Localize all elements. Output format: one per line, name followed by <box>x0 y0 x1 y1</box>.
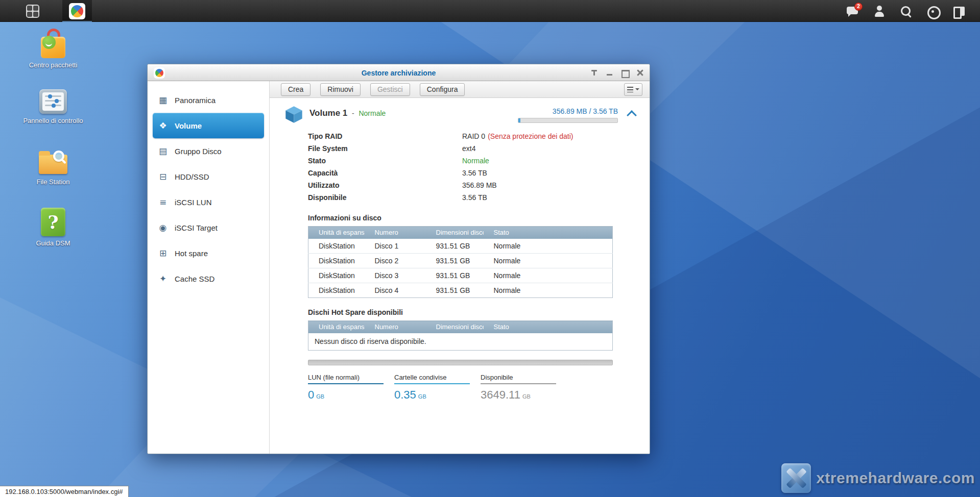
sidebar-item-panoramica[interactable]: ▦ Panoramica <box>148 87 269 113</box>
stat-label: LUN (file normali) <box>308 374 384 384</box>
sidebar-item-label: Hot spare <box>175 249 208 258</box>
desktop-icon-package-center[interactable]: Centro pacchetti <box>14 29 92 69</box>
widgets-button[interactable] <box>952 5 966 18</box>
column-header: Unità di espansione <box>308 227 365 239</box>
stat-lun: LUN (file normali) 0GB <box>308 374 384 402</box>
sidebar-item-hdd-ssd[interactable]: ⊟ HDD/SSD <box>148 164 269 189</box>
collapse-button[interactable] <box>626 108 637 119</box>
hot-spare-table: Unità di espansione Numero Dimensioni di… <box>308 320 613 351</box>
volume-title: Volume 1 - Normale <box>309 108 386 118</box>
watermark-logo-icon <box>781 463 811 493</box>
stat-unit: GB <box>522 393 531 400</box>
detail-row: Tipo RAID RAID 0 (Senza protezione dei d… <box>308 130 639 142</box>
sidebar-item-label: Cache SSD <box>175 275 214 283</box>
volume-header: Volume 1 - Normale 356.89 MB / 3.56 TB <box>278 105 639 124</box>
detail-row: Capacità 3.56 TB <box>308 167 639 179</box>
desktop-icon-label: Pannello di controllo <box>14 117 92 125</box>
volume-cube-icon <box>284 105 303 124</box>
disk-info-title: Informazioni su disco <box>308 214 639 222</box>
sidebar-item-label: Gruppo Disco <box>175 147 222 156</box>
pilot-view-button[interactable] <box>926 5 939 18</box>
sidebar-item-hot-spare[interactable]: ⊞ Hot spare <box>148 240 269 266</box>
screen: 2 Centro pacchetti <box>0 0 980 497</box>
chevron-down-icon <box>635 88 639 92</box>
table-row[interactable]: DiskStation Disco 4 931.51 GB Normale <box>308 283 613 298</box>
window-titlebar[interactable]: Gestore archiviazione <box>148 64 650 81</box>
sidebar-item-gruppo-disco[interactable]: ▤ Gruppo Disco <box>148 138 269 164</box>
window-pin-button[interactable] <box>590 68 599 77</box>
column-header: Stato <box>484 227 613 239</box>
sidebar-item-iscsi-target[interactable]: ◉ iSCSI Target <box>148 215 269 240</box>
column-header: Stato <box>484 321 613 333</box>
storage-manager-app-icon <box>69 3 85 19</box>
sidebar-item-label: Panoramica <box>175 96 216 105</box>
capacity-stats: LUN (file normali) 0GB Cartelle condivis… <box>308 374 639 402</box>
stat-available: Disponibile 3649.11GB <box>481 374 556 402</box>
window-maximize-button[interactable] <box>620 68 629 77</box>
stat-label: Cartelle condivise <box>394 374 470 384</box>
notifications-badge: 2 <box>854 3 863 11</box>
detail-value: 356.89 MB <box>462 181 497 189</box>
desktop-icon-file-station[interactable]: File Station <box>14 148 92 186</box>
detail-warning: (Senza protezione dei dati) <box>488 132 573 140</box>
sort-icon <box>627 87 633 92</box>
window-minimize-button[interactable] <box>605 68 614 77</box>
stat-unit: GB <box>316 393 324 400</box>
hot-spare-title: Dischi Hot Spare disponibili <box>308 308 639 316</box>
horizontal-scrollbar[interactable] <box>308 360 613 365</box>
sort-button[interactable] <box>624 83 642 96</box>
stat-label: Disponibile <box>481 374 556 384</box>
window-close-button[interactable] <box>636 68 644 77</box>
detail-value: ext4 <box>462 144 475 153</box>
stat-value: 0.35 <box>394 388 416 401</box>
volume-toolbar: Crea Rimuovi Gestisci Configura <box>270 81 650 98</box>
stat-value: 0 <box>308 388 314 401</box>
detail-label: Disponibile <box>308 193 462 202</box>
taskbar-app-storage-manager[interactable] <box>62 0 92 22</box>
user-menu-button[interactable] <box>873 5 886 18</box>
hot-spare-icon: ⊞ <box>157 248 169 258</box>
column-header: Unità di espansione <box>308 321 365 333</box>
empty-message: Nessun disco di riserva disponibile. <box>308 333 613 351</box>
stat-value: 3649.11 <box>481 388 520 401</box>
table-row[interactable]: DiskStation Disco 2 931.51 GB Normale <box>308 254 613 268</box>
panoramica-icon: ▦ <box>157 95 169 105</box>
sidebar-item-label: iSCSI LUN <box>175 198 212 207</box>
main-menu-button[interactable] <box>21 3 44 19</box>
cache-ssd-icon: ✦ <box>157 274 169 284</box>
stat-unit: GB <box>418 393 426 400</box>
sidebar-item-label: Volume <box>175 121 202 130</box>
table-row[interactable]: DiskStation Disco 1 931.51 GB Normale <box>308 239 613 254</box>
search-button[interactable] <box>899 5 913 18</box>
sidebar-item-cache-ssd[interactable]: ✦ Cache SSD <box>148 266 269 291</box>
volume-main-panel: Crea Rimuovi Gestisci Configura <box>270 81 650 454</box>
detail-value: 3.56 TB <box>462 169 487 177</box>
column-header: Numero <box>365 227 426 239</box>
sidebar-item-volume[interactable]: ❖ Volume <box>153 113 264 138</box>
column-header: Dimensioni disco <box>426 321 484 333</box>
iscsi-target-icon: ◉ <box>157 222 169 233</box>
manage-button[interactable]: Gestisci <box>370 83 410 96</box>
volume-content: Volume 1 - Normale 356.89 MB / 3.56 TB <box>270 98 650 454</box>
detail-row: Disponibile 3.56 TB <box>308 191 639 204</box>
column-header: Dimensioni disco <box>426 227 484 239</box>
desktop-icon-control-panel[interactable]: Pannello di controllo <box>14 89 92 125</box>
watermark: xtremehardware.com <box>781 463 975 493</box>
detail-value: RAID 0 <box>462 132 485 140</box>
remove-button[interactable]: Rimuovi <box>320 83 361 96</box>
table-row-empty: Nessun disco di riserva disponibile. <box>308 333 613 351</box>
status-url: 192.168.0.103:5000/webman/index.cgi# <box>0 486 129 497</box>
window-title: Gestore archiviazione <box>148 64 650 81</box>
desktop-icon-label: Guida DSM <box>14 239 92 247</box>
sidebar-item-iscsi-lun[interactable]: ≡ iSCSI LUN <box>148 189 269 215</box>
configure-button[interactable]: Configura <box>420 83 465 96</box>
create-button[interactable]: Crea <box>281 83 310 96</box>
stat-shared-folders: Cartelle condivise 0.35GB <box>394 374 470 402</box>
dsm-help-icon <box>41 208 65 236</box>
notifications-button[interactable]: 2 <box>846 5 859 18</box>
taskbar: 2 <box>0 0 980 22</box>
desktop-icon-dsm-help[interactable]: Guida DSM <box>14 208 92 247</box>
table-row[interactable]: DiskStation Disco 3 931.51 GB Normale <box>308 268 613 283</box>
detail-label: File System <box>308 144 462 153</box>
detail-row: Utilizzato 356.89 MB <box>308 179 639 191</box>
